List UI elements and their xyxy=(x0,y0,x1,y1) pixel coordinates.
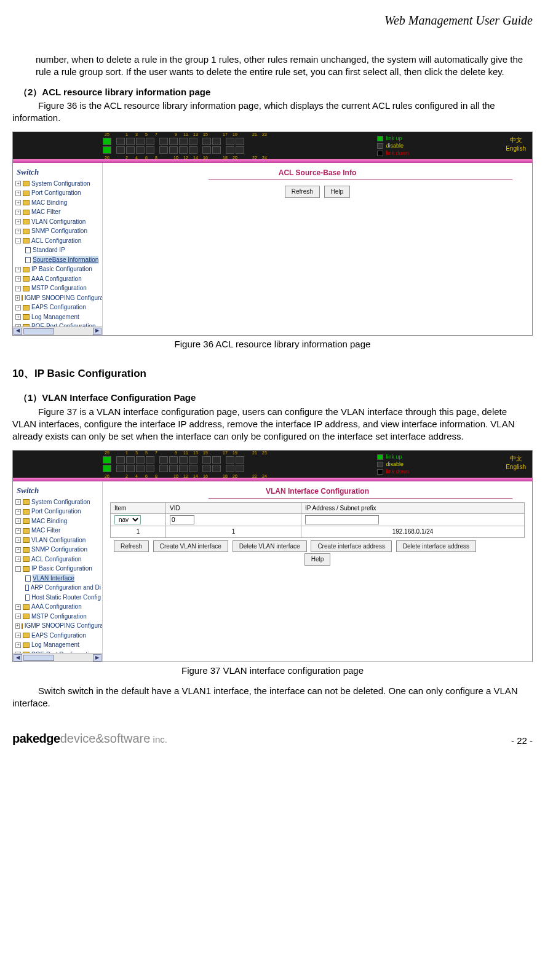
sidebar-item[interactable]: +VLAN Configuration xyxy=(14,217,101,227)
square-icon xyxy=(377,469,383,475)
language-switch[interactable]: 中文 English xyxy=(506,136,526,152)
expand-icon[interactable]: + xyxy=(15,210,21,215)
expand-icon[interactable]: + xyxy=(15,509,21,515)
sidebar-item[interactable]: +Log Management xyxy=(14,312,101,322)
sidebar-item[interactable]: +SNMP Configuration xyxy=(14,226,101,236)
sidebar-item[interactable]: +ACL Configuration xyxy=(14,555,101,564)
sidebar-item[interactable]: +IGMP SNOOPING Configura xyxy=(14,621,101,631)
sidebar-item[interactable]: +System Configuration xyxy=(14,497,101,507)
expand-icon[interactable]: + xyxy=(15,499,21,505)
expand-icon[interactable]: + xyxy=(15,200,21,205)
sidebar-item[interactable]: +MSTP Configuration xyxy=(14,612,101,622)
sidebar-item[interactable]: +MAC Filter xyxy=(14,207,101,217)
expand-icon[interactable]: + xyxy=(15,642,21,648)
sidebar-item-label: IP Basic Configuration xyxy=(31,265,92,274)
section-10-1-heading: （1）VLAN Interface Configuration Page xyxy=(12,392,533,404)
sidebar-item[interactable]: +Port Configuration xyxy=(14,188,101,198)
figure-37-screenshot: 251357911131517192123 262468101214161820… xyxy=(12,450,533,662)
expand-icon[interactable]: - xyxy=(15,566,21,572)
sidebar-item[interactable]: +VLAN Configuration xyxy=(14,535,101,545)
sidebar-item[interactable]: +MAC Filter xyxy=(14,526,101,535)
sidebar-item[interactable]: +EAPS Configuration xyxy=(14,302,101,312)
sidebar-item[interactable]: Host Static Router Config xyxy=(14,593,101,603)
lang-english-link[interactable]: English xyxy=(506,463,526,472)
sidebar-item[interactable]: +AAA Configuration xyxy=(14,602,101,612)
sidebar-item[interactable]: -IP Basic Configuration xyxy=(14,564,101,574)
expand-icon[interactable]: + xyxy=(15,276,21,282)
divider xyxy=(209,179,512,180)
figure-36-screenshot: 251357911131517192123 262468101214161820… xyxy=(12,132,533,336)
port-icon xyxy=(179,456,188,464)
scroll-thumb[interactable] xyxy=(23,328,54,334)
sidebar-item[interactable]: SourceBase Information xyxy=(14,255,101,265)
horizontal-scrollbar[interactable]: ◀ ▶ xyxy=(13,326,102,335)
expand-icon[interactable]: + xyxy=(15,528,21,534)
sidebar-item[interactable]: +Port Configuration xyxy=(14,507,101,516)
vid-input[interactable] xyxy=(170,515,194,524)
language-switch[interactable]: 中文 English xyxy=(506,454,526,471)
scroll-thumb[interactable] xyxy=(23,655,54,661)
expand-icon[interactable]: + xyxy=(15,229,21,234)
sidebar-item[interactable]: +System Configuration xyxy=(14,179,101,189)
lang-chinese-link[interactable]: 中文 xyxy=(506,136,526,144)
expand-icon[interactable]: + xyxy=(15,286,21,291)
create-vlan-interface-button[interactable]: Create VLAN interface xyxy=(153,540,228,553)
expand-icon[interactable]: + xyxy=(15,556,21,562)
item-select[interactable]: nav xyxy=(114,515,141,524)
port-icon xyxy=(226,465,234,472)
expand-icon[interactable]: + xyxy=(15,295,20,301)
sidebar-item[interactable]: +AAA Configuration xyxy=(14,274,101,284)
delete-vlan-interface-button[interactable]: Delete VLAN interface xyxy=(233,540,307,553)
folder-icon xyxy=(23,537,30,543)
sidebar-item[interactable]: +MSTP Configuration xyxy=(14,283,101,293)
expand-icon[interactable]: + xyxy=(15,633,21,638)
sidebar-item[interactable]: +IP Basic Configuration xyxy=(14,264,101,274)
sidebar-item[interactable]: +EAPS Configuration xyxy=(14,631,101,641)
scroll-left-icon[interactable]: ◀ xyxy=(14,654,22,662)
create-interface-address-button[interactable]: Create interface address xyxy=(311,540,392,553)
expand-icon[interactable]: + xyxy=(15,191,21,196)
expand-icon[interactable]: + xyxy=(15,181,21,186)
brand-logo: pakedgedevice&software inc. xyxy=(12,730,167,747)
scroll-right-icon[interactable]: ▶ xyxy=(93,328,101,335)
expand-icon[interactable]: + xyxy=(15,314,21,320)
sidebar-item[interactable]: +MAC Binding xyxy=(14,516,101,526)
help-button[interactable]: Help xyxy=(304,553,331,566)
sidebar-item[interactable]: Standard IP xyxy=(14,245,101,255)
expand-icon[interactable]: + xyxy=(15,305,21,310)
expand-icon[interactable]: + xyxy=(15,604,21,610)
refresh-button[interactable]: Refresh xyxy=(285,186,320,198)
sidebar-item[interactable]: ARP Configuration and Di xyxy=(14,583,101,593)
expand-icon[interactable]: + xyxy=(15,547,21,553)
delete-interface-address-button[interactable]: Delete interface address xyxy=(396,540,476,553)
sidebar-item[interactable]: +Log Management xyxy=(14,640,101,650)
lang-chinese-link[interactable]: 中文 xyxy=(506,454,526,463)
port-icon xyxy=(103,138,111,145)
page-icon xyxy=(25,585,29,591)
sidebar-item-label: Host Static Router Config xyxy=(31,593,101,602)
sidebar-item[interactable]: VLAN Interface xyxy=(14,574,101,583)
sidebar-item[interactable]: +IGMP SNOOPING Configura xyxy=(14,293,101,303)
lang-english-link[interactable]: English xyxy=(506,144,526,153)
sidebar-item[interactable]: +MAC Binding xyxy=(14,198,101,208)
expand-icon[interactable]: - xyxy=(15,238,21,243)
expand-icon[interactable]: + xyxy=(15,623,20,629)
sidebar-item[interactable]: -ACL Configuration xyxy=(14,236,101,246)
port-icon xyxy=(136,146,145,154)
scroll-left-icon[interactable]: ◀ xyxy=(14,328,22,335)
expand-icon[interactable]: + xyxy=(15,518,21,524)
expand-icon[interactable]: + xyxy=(15,537,21,543)
ip-input[interactable] xyxy=(305,515,379,524)
expand-icon[interactable]: + xyxy=(15,267,21,272)
panel-title: ACL Source-Base Info xyxy=(110,165,525,178)
square-icon xyxy=(377,136,383,141)
refresh-button[interactable]: Refresh xyxy=(114,540,149,553)
page-icon xyxy=(25,595,30,601)
sidebar-item[interactable]: +SNMP Configuration xyxy=(14,545,101,555)
scroll-right-icon[interactable]: ▶ xyxy=(93,654,101,662)
expand-icon[interactable]: + xyxy=(15,614,21,619)
horizontal-scrollbar[interactable]: ◀ ▶ xyxy=(13,653,102,662)
sidebar-item-label: Port Configuration xyxy=(31,189,81,197)
expand-icon[interactable]: + xyxy=(15,219,21,224)
help-button[interactable]: Help xyxy=(324,186,351,198)
